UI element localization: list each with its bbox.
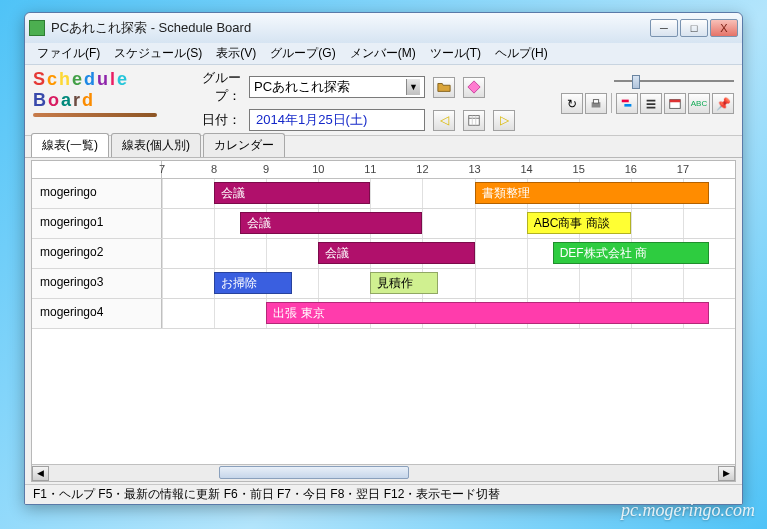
member-name: mogeringo xyxy=(32,179,162,208)
group-select[interactable]: PCあれこれ探索 ▼ xyxy=(249,76,425,98)
toolbar: Schedule Board グループ： PCあれこれ探索 ▼ 日付： 2014… xyxy=(25,65,742,136)
refresh-button[interactable]: ↻ xyxy=(561,93,583,114)
svg-rect-6 xyxy=(622,99,629,102)
horizontal-scrollbar[interactable]: ◀ ▶ xyxy=(32,464,735,481)
view-calendar-button[interactable] xyxy=(664,93,686,114)
schedule-row: mogeringo3お掃除見積作 xyxy=(32,269,735,299)
date-field[interactable]: 2014年1月25日(土) xyxy=(249,109,425,131)
hour-label: 10 xyxy=(312,163,324,175)
schedule-event[interactable]: 会議 xyxy=(318,242,474,264)
open-folder-button[interactable] xyxy=(433,77,455,98)
member-name: mogeringo1 xyxy=(32,209,162,238)
hour-label: 17 xyxy=(677,163,689,175)
next-day-button[interactable]: ▷ xyxy=(493,110,515,131)
schedule-row: mogeringo4出張 東京 xyxy=(32,299,735,329)
schedule-event[interactable]: 見積作 xyxy=(370,272,438,294)
hour-label: 12 xyxy=(416,163,428,175)
scroll-thumb[interactable] xyxy=(219,466,409,479)
view-gantt-button[interactable] xyxy=(616,93,638,114)
hour-label: 16 xyxy=(625,163,637,175)
app-logo: Schedule Board xyxy=(33,69,171,113)
close-button[interactable]: X xyxy=(710,19,738,37)
svg-rect-0 xyxy=(469,116,480,126)
hour-label: 8 xyxy=(211,163,217,175)
svg-rect-12 xyxy=(670,99,681,102)
schedule-event[interactable]: 出張 東京 xyxy=(266,302,709,324)
member-name: mogeringo4 xyxy=(32,299,162,328)
svg-rect-5 xyxy=(593,99,598,103)
schedule-event[interactable]: お掃除 xyxy=(214,272,292,294)
today-button[interactable] xyxy=(463,110,485,131)
watermark: pc.mogeringo.com xyxy=(621,500,755,521)
dropdown-arrow-icon: ▼ xyxy=(406,79,420,95)
pin-button[interactable]: 📌 xyxy=(712,93,734,114)
schedule-event[interactable]: 会議 xyxy=(240,212,422,234)
member-name: mogeringo2 xyxy=(32,239,162,268)
hour-label: 15 xyxy=(573,163,585,175)
menu-group[interactable]: グループ(G) xyxy=(264,43,341,64)
group-label: グループ： xyxy=(185,69,241,105)
menu-tool[interactable]: ツール(T) xyxy=(424,43,487,64)
svg-rect-7 xyxy=(624,104,631,107)
schedule-event[interactable]: ABC商事 商談 xyxy=(527,212,631,234)
minimize-button[interactable]: ─ xyxy=(650,19,678,37)
menu-help[interactable]: ヘルプ(H) xyxy=(489,43,554,64)
schedule-row: mogeringo2会議DEF株式会社 商 xyxy=(32,239,735,269)
titlebar[interactable]: PCあれこれ探索 - Schedule Board ─ □ X xyxy=(25,13,742,43)
hour-label: 7 xyxy=(159,163,165,175)
menu-file[interactable]: ファイル(F) xyxy=(31,43,106,64)
menu-schedule[interactable]: スケジュール(S) xyxy=(108,43,208,64)
hour-label: 13 xyxy=(468,163,480,175)
window-title: PCあれこれ探索 - Schedule Board xyxy=(51,19,650,37)
tab-calendar[interactable]: カレンダー xyxy=(203,133,285,157)
schedule-event[interactable]: 書類整理 xyxy=(475,182,709,204)
time-header: 7891011121314151617 xyxy=(32,161,735,179)
schedule-event[interactable]: 会議 xyxy=(214,182,370,204)
hour-label: 11 xyxy=(364,163,376,175)
prev-day-button[interactable]: ◁ xyxy=(433,110,455,131)
view-list-button[interactable] xyxy=(640,93,662,114)
group-value: PCあれこれ探索 xyxy=(254,78,350,96)
tab-personal[interactable]: 線表(個人別) xyxy=(111,133,201,157)
date-label: 日付： xyxy=(185,111,241,129)
view-tabs: 線表(一覧) 線表(個人別) カレンダー xyxy=(25,136,742,158)
hour-label: 9 xyxy=(263,163,269,175)
zoom-slider[interactable] xyxy=(614,73,734,89)
schedule-sheet: 7891011121314151617 mogeringo会議書類整理moger… xyxy=(31,160,736,482)
menubar: ファイル(F) スケジュール(S) 表示(V) グループ(G) メンバー(M) … xyxy=(25,43,742,65)
tab-overview[interactable]: 線表(一覧) xyxy=(31,133,109,157)
pink-diamond-button[interactable] xyxy=(463,77,485,98)
schedule-row: mogeringo1会議ABC商事 商談 xyxy=(32,209,735,239)
app-icon xyxy=(29,20,45,36)
member-name: mogeringo3 xyxy=(32,269,162,298)
maximize-button[interactable]: □ xyxy=(680,19,708,37)
schedule-grid[interactable]: mogeringo会議書類整理mogeringo1会議ABC商事 商談moger… xyxy=(32,179,735,464)
scroll-right-icon[interactable]: ▶ xyxy=(718,466,735,481)
status-text: F1・ヘルプ F5・最新の情報に更新 F6・前日 F7・今日 F8・翌日 F12… xyxy=(33,486,500,503)
schedule-event[interactable]: DEF株式会社 商 xyxy=(553,242,709,264)
menu-member[interactable]: メンバー(M) xyxy=(344,43,422,64)
print-button[interactable] xyxy=(585,93,607,114)
menu-view[interactable]: 表示(V) xyxy=(210,43,262,64)
scroll-left-icon[interactable]: ◀ xyxy=(32,466,49,481)
schedule-row: mogeringo会議書類整理 xyxy=(32,179,735,209)
view-abc-button[interactable]: ABC xyxy=(688,93,710,114)
hour-label: 14 xyxy=(521,163,533,175)
app-window: PCあれこれ探索 - Schedule Board ─ □ X ファイル(F) … xyxy=(24,12,743,505)
